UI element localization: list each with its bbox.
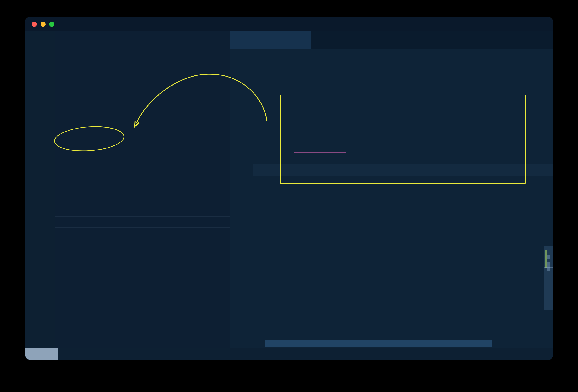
editor-toolbar xyxy=(543,31,548,49)
tab-bar xyxy=(230,31,553,49)
bracket-pair-guide xyxy=(294,152,345,153)
main-content xyxy=(25,31,553,348)
overview-ruler-cursor-line xyxy=(544,267,553,268)
overview-ruler-mark xyxy=(547,255,550,259)
activity-bar xyxy=(25,31,55,348)
section-generate-run-target[interactable] xyxy=(55,52,230,63)
overview-ruler-mark xyxy=(547,262,550,271)
window-title xyxy=(25,17,553,31)
titlebar xyxy=(25,17,553,31)
code-editor[interactable] xyxy=(230,59,553,348)
editor-group xyxy=(230,31,553,348)
remote-indicator[interactable] xyxy=(25,348,58,359)
section-projects[interactable] xyxy=(55,227,230,238)
horizontal-scrollbar[interactable] xyxy=(265,340,492,348)
vscode-window xyxy=(25,17,553,360)
sidebar-nx-console xyxy=(55,31,230,348)
overview-ruler-modified-mark xyxy=(545,250,547,268)
current-line-highlight xyxy=(253,164,553,176)
tab-project-json[interactable] xyxy=(230,31,312,49)
vertical-scrollbar[interactable] xyxy=(544,59,553,348)
sidebar-header xyxy=(55,31,230,47)
breadcrumb xyxy=(230,49,553,59)
bracket-pair-guide xyxy=(293,152,294,165)
section-common-nx-commands[interactable] xyxy=(55,216,230,227)
status-bar xyxy=(25,348,553,359)
